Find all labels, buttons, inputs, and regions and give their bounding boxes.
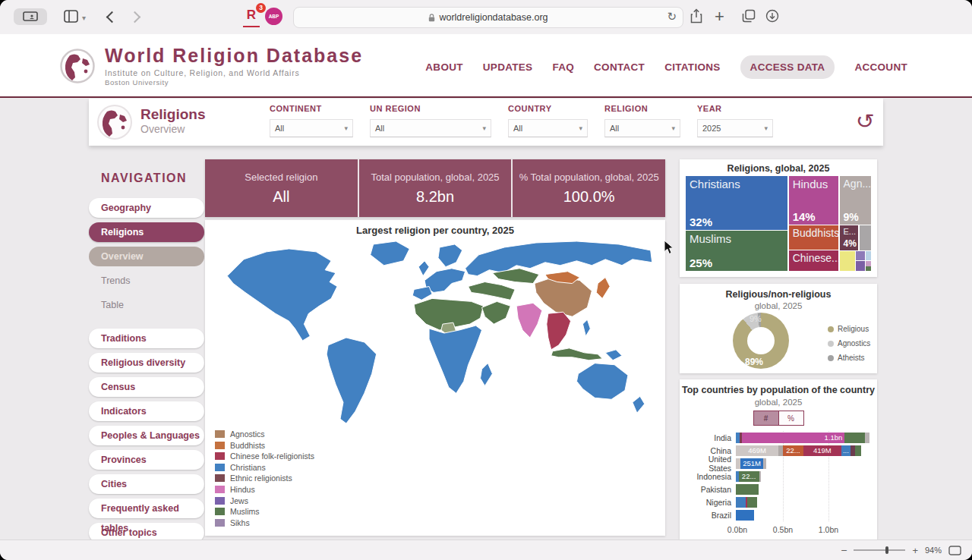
treemap-tile[interactable]: [866, 261, 871, 266]
bar-segment[interactable]: 469M: [736, 445, 778, 456]
bar-segment[interactable]: [855, 445, 861, 456]
map-region-russia[interactable]: [465, 241, 652, 276]
bar-segment[interactable]: 1.1bn: [742, 433, 844, 443]
treemap-tile[interactable]: [856, 251, 864, 260]
treemap-tile-muslims[interactable]: Muslims25%: [686, 231, 787, 271]
zoom-out-button[interactable]: −: [841, 544, 847, 556]
treemap-tile-hindus[interactable]: Hindus14%: [789, 176, 838, 225]
map-region-iberia[interactable]: [412, 287, 432, 300]
sidebar-item-traditions[interactable]: Traditions: [89, 329, 204, 348]
filter-select-year[interactable]: 2025▾: [697, 119, 773, 137]
treemap-tile-christians[interactable]: Christians32%: [686, 176, 787, 230]
filter-select-continent[interactable]: All▾: [270, 119, 353, 137]
new-tab-button[interactable]: +: [715, 7, 724, 27]
map-region-japan[interactable]: [596, 278, 610, 299]
bar-segment[interactable]: ...: [841, 445, 850, 456]
zoom-in-button[interactable]: +: [912, 545, 918, 556]
bar-segment[interactable]: 22...: [739, 471, 759, 482]
sidebar-item-provinces[interactable]: Provinces: [89, 450, 204, 470]
nav-about[interactable]: ABOUT: [425, 61, 463, 73]
sidebar-item-geography[interactable]: Geography: [89, 198, 204, 218]
share-button[interactable]: [690, 8, 702, 24]
map-region-philippines[interactable]: [582, 319, 590, 336]
reload-icon[interactable]: ↻: [667, 10, 677, 24]
treemap-tile[interactable]: [866, 266, 871, 271]
treemap-tile-buddhists[interactable]: Buddhists: [789, 225, 838, 250]
map-region-south-america[interactable]: [327, 338, 376, 423]
bar-segment[interactable]: [763, 458, 766, 469]
fit-to-screen-button[interactable]: [948, 546, 961, 555]
site-logo[interactable]: World Religion Database Institute on Cul…: [59, 45, 363, 87]
treemap-tile[interactable]: [856, 261, 864, 271]
treemap-tile[interactable]: [860, 225, 871, 251]
bar-segment[interactable]: 419M: [803, 445, 841, 456]
map-region-madagascar[interactable]: [481, 363, 493, 386]
map-region-middle-east[interactable]: [469, 282, 516, 300]
map-region-uk[interactable]: [418, 261, 429, 276]
extension-abp-button[interactable]: ABP: [265, 8, 282, 25]
sidebar-item-religious-diversity[interactable]: Religious diversity: [89, 353, 204, 373]
nav-updates[interactable]: UPDATES: [483, 61, 533, 73]
nav-contact[interactable]: CONTACT: [594, 61, 645, 73]
map-region-australia[interactable]: [576, 363, 627, 400]
map-region-arabia[interactable]: [482, 301, 511, 324]
bar-segment[interactable]: [865, 433, 869, 443]
nav-access-data[interactable]: ACCESS DATA: [740, 55, 835, 79]
nav-citations[interactable]: CITATIONS: [664, 61, 720, 73]
map-region-scandinavia[interactable]: [438, 244, 462, 267]
filter-select-un-region[interactable]: All▾: [370, 119, 491, 137]
zoom-slider[interactable]: [854, 549, 905, 551]
nav-faq[interactable]: FAQ: [552, 61, 574, 73]
screen-share-indicator[interactable]: [14, 8, 47, 25]
map-region-europe[interactable]: [424, 269, 465, 293]
treemap-tile-e[interactable]: E...4%: [840, 225, 859, 251]
map-region-india[interactable]: [516, 303, 542, 338]
sidebar-toggle-button[interactable]: [64, 10, 78, 23]
bar-segment[interactable]: [747, 497, 758, 508]
bar-segment[interactable]: [736, 510, 754, 521]
sidebar-chevron-down-icon[interactable]: ▾: [82, 14, 86, 22]
forward-button[interactable]: [131, 13, 139, 21]
map-region-southeast-asia[interactable]: [547, 312, 571, 350]
bar-segment[interactable]: [844, 433, 864, 443]
sidebar-item-indicators[interactable]: Indicators: [89, 401, 204, 421]
sidebar-item-census[interactable]: Census: [89, 377, 204, 397]
legend-swatch: [215, 442, 225, 449]
treemap-tile[interactable]: [840, 251, 855, 271]
sidebar-item-frequently-asked-tables[interactable]: Frequently asked tables: [89, 499, 204, 518]
sidebar-item-table[interactable]: Table: [89, 295, 204, 315]
map-region-indonesia[interactable]: [551, 348, 602, 360]
map-region-new-zealand[interactable]: [633, 396, 645, 413]
sidebar-item-overview[interactable]: Overview: [89, 247, 204, 266]
legend-item-ethnic-religionists: Ethnic religionists: [215, 473, 314, 484]
treemap-tile-agn[interactable]: Agn...9%: [840, 176, 871, 225]
toggle-count[interactable]: #: [753, 411, 778, 426]
url-bar[interactable]: worldreligiondatabase.org ↻: [293, 7, 683, 28]
sidebar-item-peoples-languages[interactable]: Peoples & Languages: [89, 426, 204, 445]
zoom-slider-thumb[interactable]: [885, 546, 888, 554]
downloads-button[interactable]: [765, 9, 779, 23]
sidebar-item-religions[interactable]: Religions: [89, 222, 204, 242]
reset-filters-button[interactable]: ↺: [856, 109, 875, 134]
extension-r-button[interactable]: R3: [243, 8, 260, 27]
back-button[interactable]: [108, 13, 116, 21]
map-region-greenland[interactable]: [371, 241, 410, 266]
tab-overview-button[interactable]: [742, 9, 756, 23]
sidebar-item-cities[interactable]: Cities: [89, 474, 204, 494]
treemap-tile-chinese[interactable]: Chinese...: [789, 250, 838, 271]
bar-segment[interactable]: 22...: [783, 445, 803, 456]
toggle-percent[interactable]: %: [778, 411, 804, 426]
treemap-tile[interactable]: [866, 251, 871, 260]
map-region-north-america[interactable]: [227, 249, 337, 341]
bar-segment[interactable]: [759, 471, 761, 482]
filter-select-religion[interactable]: All▾: [604, 119, 680, 137]
map-region-southern-africa[interactable]: [429, 326, 481, 393]
filter-select-country[interactable]: All▾: [508, 119, 588, 137]
world-map[interactable]: [216, 240, 654, 428]
nav-account[interactable]: ACCOUNT: [854, 61, 907, 73]
map-region-new-guinea[interactable]: [605, 350, 622, 360]
sidebar-item-trends[interactable]: Trends: [89, 271, 204, 291]
bar-segment[interactable]: [736, 484, 759, 495]
bar-segment[interactable]: [736, 497, 746, 508]
bar-segment[interactable]: 251M: [740, 458, 763, 469]
